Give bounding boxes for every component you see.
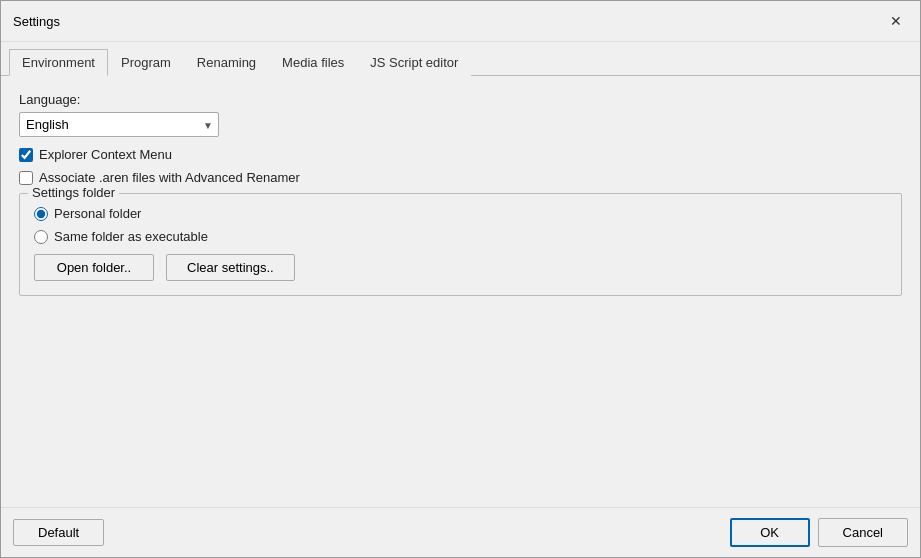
dialog-title: Settings [13,14,60,29]
language-select-wrapper: English German French Spanish Portuguese… [19,112,219,137]
explorer-context-menu-checkbox[interactable] [19,148,33,162]
settings-dialog: Settings ✕ Environment Program Renaming … [0,0,921,558]
explorer-context-menu-label[interactable]: Explorer Context Menu [39,147,172,162]
associate-aren-label[interactable]: Associate .aren files with Advanced Rena… [39,170,300,185]
open-folder-button[interactable]: Open folder.. [34,254,154,281]
associate-aren-row: Associate .aren files with Advanced Rena… [19,170,902,185]
settings-folder-group: Settings folder Personal folder Same fol… [19,193,902,296]
tab-renaming[interactable]: Renaming [184,49,269,76]
footer: Default OK Cancel [1,507,920,557]
clear-settings-button[interactable]: Clear settings.. [166,254,295,281]
cancel-button[interactable]: Cancel [818,518,908,547]
tab-media-files[interactable]: Media files [269,49,357,76]
ok-button[interactable]: OK [730,518,810,547]
settings-folder-legend: Settings folder [28,185,119,200]
close-button[interactable]: ✕ [884,9,908,33]
language-select[interactable]: English German French Spanish Portuguese [19,112,219,137]
personal-folder-label[interactable]: Personal folder [54,206,141,221]
folder-buttons: Open folder.. Clear settings.. [34,254,887,281]
tab-bar: Environment Program Renaming Media files… [1,42,920,76]
personal-folder-radio[interactable] [34,207,48,221]
title-bar: Settings ✕ [1,1,920,42]
tab-js-script-editor[interactable]: JS Script editor [357,49,471,76]
tab-program[interactable]: Program [108,49,184,76]
same-folder-label[interactable]: Same folder as executable [54,229,208,244]
associate-aren-checkbox[interactable] [19,171,33,185]
footer-right-buttons: OK Cancel [730,518,908,547]
language-label: Language: [19,92,902,107]
tab-environment[interactable]: Environment [9,49,108,76]
same-folder-row: Same folder as executable [34,229,887,244]
personal-folder-row: Personal folder [34,206,887,221]
same-folder-radio[interactable] [34,230,48,244]
default-button[interactable]: Default [13,519,104,546]
language-group: Language: English German French Spanish … [19,92,902,137]
tab-content-environment: Language: English German French Spanish … [1,76,920,507]
explorer-context-menu-row: Explorer Context Menu [19,147,902,162]
